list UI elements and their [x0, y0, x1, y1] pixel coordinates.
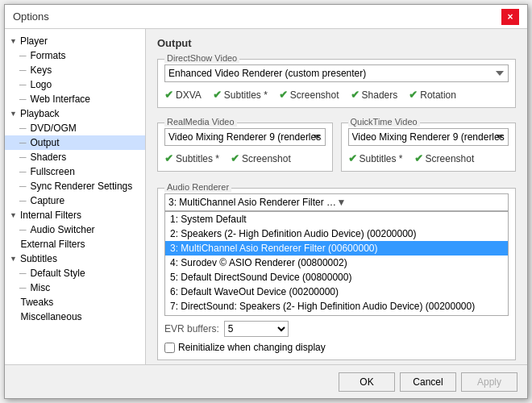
- evr-select[interactable]: 5: [224, 321, 289, 337]
- quicktime-group: QuickTime Video Video Mixing Renderer 9 …: [341, 123, 517, 172]
- dash-icon: ─: [19, 282, 27, 293]
- check-label: Screenshot: [290, 89, 339, 101]
- expand-icon: ▼: [10, 211, 17, 219]
- sidebar-item-capture[interactable]: ─ Capture: [5, 193, 145, 208]
- check-icon: ✔: [348, 152, 357, 164]
- dash-icon: ─: [19, 93, 27, 105]
- sidebar-item-dvd-ogm[interactable]: ─ DVD/OGM: [5, 121, 145, 135]
- sidebar-item-miscellaneous[interactable]: ─ Miscellaneous: [5, 310, 145, 324]
- check-subtitles-qt: ✔ Subtitles *: [348, 152, 403, 164]
- realmedia-group: RealMedia Video Video Mixing Renderer 9 …: [157, 123, 333, 172]
- sidebar-item-label: Shaders: [31, 152, 67, 163]
- check-label: Rotation: [420, 89, 456, 101]
- dash-icon: ─: [19, 50, 27, 61]
- sidebar-item-label: Web Interface: [31, 93, 90, 105]
- check-icon: ✔: [414, 152, 423, 164]
- sidebar-item-label: Sync Renderer Settings: [31, 181, 133, 192]
- list-item[interactable]: 5: Default DirectSound Device (00800000): [165, 270, 508, 285]
- close-button[interactable]: ×: [501, 9, 519, 25]
- sidebar-item-internal-filters[interactable]: ▼ Internal Filters: [5, 208, 145, 222]
- check-label: Subtitles *: [360, 153, 403, 164]
- sidebar-item-formats[interactable]: ─ Formats: [5, 48, 145, 63]
- list-item[interactable]: 3: MultiChannel Asio Renderer Filter (00…: [165, 241, 508, 256]
- check-label: Screenshot: [426, 153, 475, 164]
- ok-button[interactable]: OK: [339, 372, 395, 392]
- directshow-renderer-select[interactable]: Enhanced Video Renderer (custom presente…: [164, 64, 509, 82]
- list-item[interactable]: 2: Speakers (2- High Definition Audio De…: [165, 226, 508, 241]
- sidebar-item-keys[interactable]: ─ Keys: [5, 63, 145, 77]
- check-dxva: ✔ DXVA: [164, 89, 202, 101]
- check-icon: ✔: [164, 89, 173, 101]
- check-icon: ✔: [213, 89, 222, 101]
- sidebar-item-player[interactable]: ▼ Player: [5, 34, 145, 48]
- list-item[interactable]: 6: Default WaveOut Device (00200000): [165, 285, 508, 299]
- sidebar-item-label: Tweaks: [21, 297, 54, 308]
- sidebar-item-output[interactable]: ─ Output: [5, 135, 145, 150]
- quicktime-renderer-select[interactable]: Video Mixing Renderer 9 (renderless): [348, 128, 509, 146]
- cancel-button[interactable]: Cancel: [400, 372, 456, 392]
- dash-icon: ─: [19, 224, 27, 235]
- sidebar-item-label: Playback: [20, 108, 60, 119]
- sidebar-item-label: Formats: [31, 50, 66, 61]
- expand-icon: ▼: [10, 37, 17, 45]
- sidebar-item-audio-switcher[interactable]: ─ Audio Switcher: [5, 222, 145, 237]
- sidebar-item-logo[interactable]: ─ Logo: [5, 77, 145, 92]
- check-label: DXVA: [176, 89, 202, 101]
- sidebar-item-misc[interactable]: ─ Misc: [5, 280, 145, 295]
- directshow-group: DirectShow Video Enhanced Video Renderer…: [157, 59, 516, 108]
- list-item[interactable]: 4: Surodev © ASIO Renderer (00800002): [165, 256, 508, 270]
- dash-icon: ─: [19, 181, 27, 192]
- main-content: Output DirectShow Video Enhanced Video R…: [146, 29, 527, 364]
- check-subtitles: ✔ Subtitles *: [213, 89, 268, 101]
- sidebar-item-label: Misc: [31, 282, 51, 293]
- check-shaders: ✔ Shaders: [351, 89, 398, 101]
- realmedia-renderer-select[interactable]: Video Mixing Renderer 9 (renderless): [164, 128, 326, 146]
- expand-icon: ▼: [10, 110, 17, 118]
- audio-list[interactable]: 1: System Default2: Speakers (2- High De…: [164, 211, 509, 316]
- sidebar-item-label: DVD/OGM: [31, 123, 77, 134]
- quicktime-label: QuickTime Video: [348, 117, 420, 127]
- check-label: Shaders: [362, 89, 398, 101]
- sidebar-item-playback[interactable]: ▼ Playback: [5, 106, 145, 121]
- list-item[interactable]: 1: System Default: [165, 212, 508, 226]
- list-item[interactable]: 8: Null (anything): [165, 314, 508, 316]
- check-screenshot: ✔ Screenshot: [279, 89, 339, 101]
- sidebar-item-external-filters[interactable]: ─ External Filters: [5, 237, 145, 251]
- sidebar-item-label: Keys: [31, 64, 52, 76]
- sidebar-item-label: Logo: [31, 79, 52, 90]
- evr-label: EVR buffers:: [164, 323, 219, 334]
- sidebar-item-label: Fullscreen: [31, 166, 75, 177]
- check-label: Subtitles *: [224, 89, 268, 101]
- audio-dropdown-header[interactable]: 3: MultiChannel Asio Renderer Filter (00…: [164, 193, 509, 211]
- sidebar-item-web-interface[interactable]: ─ Web Interface: [5, 92, 145, 106]
- sidebar-item-shaders[interactable]: ─ Shaders: [5, 150, 145, 164]
- check-screenshot-rm: ✔ Screenshot: [231, 152, 291, 164]
- check-icon: ✔: [351, 89, 360, 101]
- check-label: Screenshot: [242, 153, 291, 164]
- reinit-row: Reinitialize when changing display: [164, 342, 509, 353]
- check-icon: ✔: [231, 152, 239, 164]
- list-item[interactable]: 7: DirectSound: Speakers (2- High Defini…: [165, 299, 508, 314]
- apply-button[interactable]: Apply: [461, 372, 517, 392]
- dash-icon: ─: [19, 166, 27, 177]
- sidebar-item-tweaks[interactable]: ─ Tweaks: [5, 295, 145, 310]
- sidebar-item-default-style[interactable]: ─ Default Style: [5, 266, 145, 280]
- media-row: RealMedia Video Video Mixing Renderer 9 …: [157, 116, 516, 180]
- sidebar-item-label: Capture: [31, 195, 65, 206]
- section-title: Output: [157, 37, 516, 49]
- check-screenshot-qt: ✔ Screenshot: [414, 152, 475, 164]
- sidebar-item-fullscreen[interactable]: ─ Fullscreen: [5, 164, 145, 179]
- dialog-footer: OK Cancel Apply: [5, 364, 527, 398]
- sidebar-item-subtitles[interactable]: ▼ Subtitles: [5, 251, 145, 266]
- check-icon: ✔: [409, 89, 418, 101]
- dash-icon: ─: [19, 79, 27, 90]
- check-icon: ✔: [164, 152, 173, 164]
- reinit-checkbox[interactable]: [164, 343, 175, 353]
- evr-row: EVR buffers: 5: [164, 321, 509, 337]
- audio-label: Audio Renderer: [164, 182, 231, 192]
- check-label: Subtitles *: [176, 153, 219, 164]
- sidebar-item-sync-renderer[interactable]: ─ Sync Renderer Settings: [5, 179, 145, 193]
- dash-icon: ─: [19, 195, 27, 206]
- dash-icon: ─: [19, 268, 27, 279]
- dropdown-arrow-icon: ▼: [337, 197, 505, 208]
